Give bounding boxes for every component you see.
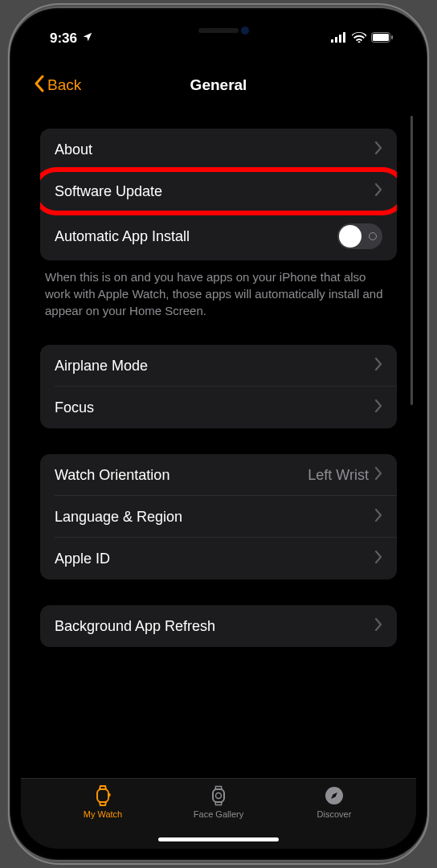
time-text: 9:36 (50, 31, 77, 47)
content-area[interactable]: Back General About Software Update (21, 58, 416, 778)
svg-rect-6 (391, 35, 393, 39)
settings-group: Airplane Mode Focus (40, 345, 397, 428)
svg-rect-2 (339, 35, 341, 43)
wifi-icon (352, 31, 366, 46)
settings-scroll: About Software Update Automatic App Inst… (21, 113, 416, 647)
svg-rect-0 (331, 39, 333, 43)
watch-orientation-row[interactable]: Watch Orientation Left Wrist (40, 454, 397, 496)
toggle-knob (339, 225, 361, 248)
row-label: Watch Orientation (55, 467, 308, 484)
svg-rect-1 (335, 37, 337, 43)
chevron-right-icon (375, 183, 382, 199)
toggle-off-indicator (369, 232, 377, 240)
notch-speaker (198, 28, 239, 33)
airplane-mode-row[interactable]: Airplane Mode (40, 345, 397, 387)
svg-rect-3 (343, 32, 345, 43)
about-row[interactable]: About (40, 129, 397, 170)
settings-group: Watch Orientation Left Wrist Language & … (40, 454, 397, 579)
watch-face-icon (208, 785, 229, 806)
tab-bar: My Watch Face Gallery (21, 778, 416, 849)
watch-outline-icon (92, 785, 113, 806)
status-time: 9:36 (43, 31, 93, 47)
nav-header: Back General (21, 58, 416, 113)
screen: 9:36 (21, 19, 416, 849)
row-label: About (55, 141, 375, 158)
back-label: Back (47, 76, 81, 94)
tab-discover[interactable]: Discover (276, 785, 392, 849)
chevron-left-icon (34, 75, 44, 96)
svg-rect-7 (97, 789, 108, 802)
svg-rect-8 (109, 793, 111, 796)
notch (138, 19, 299, 43)
battery-icon (371, 31, 394, 46)
row-label: Language & Region (55, 509, 375, 526)
language-region-row[interactable]: Language & Region (40, 496, 397, 538)
row-label: Automatic App Install (55, 228, 337, 245)
tab-my-watch[interactable]: My Watch (45, 785, 161, 849)
chevron-right-icon (375, 399, 382, 416)
row-detail: Left Wrist (308, 467, 369, 484)
tab-label: Discover (317, 809, 352, 819)
row-label: Software Update (55, 183, 375, 200)
settings-group: Background App Refresh (40, 605, 397, 647)
back-button[interactable]: Back (34, 75, 81, 96)
svg-rect-9 (213, 789, 224, 802)
software-update-row[interactable]: Software Update (40, 170, 397, 212)
apple-id-row[interactable]: Apple ID (40, 538, 397, 579)
chevron-right-icon (375, 551, 382, 567)
location-icon (82, 31, 93, 47)
status-icons (331, 31, 394, 46)
chevron-right-icon (375, 358, 382, 374)
tab-label: Face Gallery (194, 809, 243, 819)
focus-row[interactable]: Focus (40, 387, 397, 428)
row-label: Focus (55, 399, 375, 416)
chevron-right-icon (375, 467, 382, 483)
phone-frame: 9:36 (10, 8, 427, 860)
chevron-right-icon (375, 141, 382, 158)
home-indicator[interactable] (158, 837, 279, 841)
chevron-right-icon (375, 618, 382, 634)
auto-app-install-toggle[interactable] (337, 223, 382, 249)
compass-icon (324, 785, 345, 806)
row-label: Airplane Mode (55, 358, 375, 375)
background-app-refresh-row[interactable]: Background App Refresh (40, 605, 397, 647)
settings-group: About Software Update Automatic App Inst… (40, 129, 397, 260)
scrollbar[interactable] (410, 116, 413, 405)
page-title: General (190, 76, 247, 94)
tab-label: My Watch (84, 809, 123, 819)
auto-app-install-row[interactable]: Automatic App Install (40, 212, 397, 260)
cellular-icon (331, 31, 347, 46)
row-label: Apple ID (55, 551, 375, 567)
chevron-right-icon (375, 509, 382, 525)
svg-point-10 (216, 793, 222, 799)
group-description: When this is on and you have apps on you… (40, 268, 397, 322)
svg-rect-5 (373, 34, 389, 41)
row-label: Background App Refresh (55, 618, 375, 635)
notch-camera (241, 27, 249, 35)
